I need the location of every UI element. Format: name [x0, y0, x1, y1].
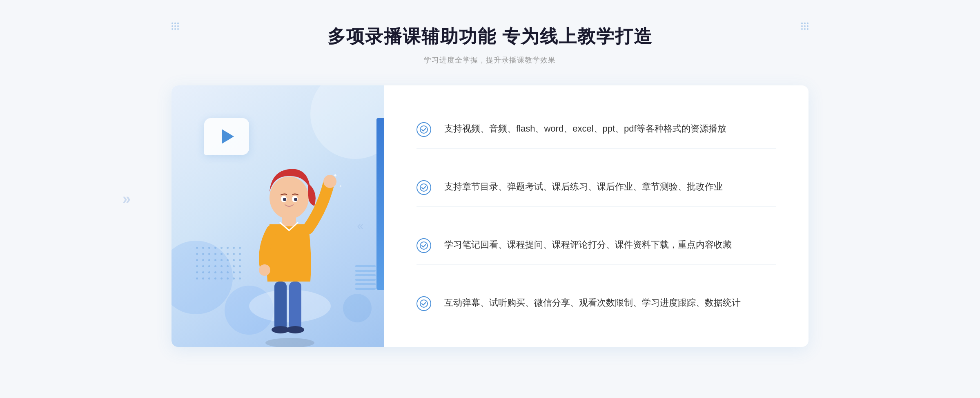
feature-item-4: 互动弹幕、试听购买、微信分享、观看次数限制、学习进度跟踪、数据统计 [416, 284, 776, 322]
dots-right-decoration [801, 22, 808, 30]
blue-bar-decoration [376, 118, 384, 290]
svg-point-12 [283, 198, 286, 201]
illustration-panel: « [172, 85, 384, 347]
svg-point-5 [286, 326, 304, 333]
page-subtitle: 学习进度全掌握，提升录播课教学效果 [327, 55, 653, 65]
feature-item-1: 支持视频、音频、flash、word、excel、ppt、pdf等各种格式的资源… [416, 110, 776, 149]
feature-item-3: 学习笔记回看、课程提问、课程评论打分、课件资料下载，重点内容收藏 [416, 226, 776, 265]
check-icon-1 [416, 122, 431, 137]
svg-point-1 [265, 338, 314, 347]
svg-rect-2 [274, 282, 287, 331]
feature-text-4: 互动弹幕、试听购买、微信分享、观看次数限制、学习进度跟踪、数据统计 [444, 295, 741, 310]
person-illustration: ✦ ✦ [229, 143, 351, 347]
feature-text-2: 支持章节目录、弹题考试、课后练习、课后作业、章节测验、批改作业 [444, 179, 723, 194]
feature-item-2: 支持章节目录、弹题考试、课后练习、课后作业、章节测验、批改作业 [416, 168, 776, 207]
content-card: « [172, 85, 808, 347]
check-circle-3 [416, 238, 431, 253]
dots-left-decoration [172, 22, 179, 30]
svg-point-19 [420, 300, 428, 307]
arrow-decoration: « [357, 219, 363, 233]
svg-point-7 [259, 264, 270, 276]
page-wrapper: 多项录播课辅助功能 专为线上教学打造 学习进度全掌握，提升录播课教学效果 » « [0, 0, 980, 398]
features-panel: 支持视频、音频、flash、word、excel、ppt、pdf等各种格式的资源… [384, 85, 808, 347]
check-circle-4 [416, 296, 431, 311]
svg-text:✦: ✦ [333, 172, 338, 179]
svg-point-9 [270, 177, 309, 219]
page-title: 多项录播课辅助功能 专为线上教学打造 [327, 25, 653, 49]
svg-point-17 [420, 184, 428, 191]
svg-point-13 [294, 198, 297, 201]
svg-text:✦: ✦ [339, 184, 342, 188]
svg-rect-3 [289, 282, 301, 331]
check-icon-3 [416, 238, 431, 253]
feature-text-3: 学习笔记回看、课程提问、课程评论打分、课件资料下载，重点内容收藏 [444, 237, 732, 252]
svg-point-18 [420, 242, 428, 249]
check-circle-2 [416, 180, 431, 195]
feature-text-1: 支持视频、音频、flash、word、excel、ppt、pdf等各种格式的资源… [444, 121, 726, 136]
chevron-left-decoration: » [122, 190, 131, 208]
play-icon [222, 129, 234, 144]
svg-point-16 [420, 126, 428, 133]
check-icon-4 [416, 296, 431, 311]
check-circle-1 [416, 122, 431, 137]
header-section: 多项录播课辅助功能 专为线上教学打造 学习进度全掌握，提升录播课教学效果 [327, 25, 653, 65]
check-icon-2 [416, 180, 431, 195]
stripe-decoration [355, 265, 376, 298]
